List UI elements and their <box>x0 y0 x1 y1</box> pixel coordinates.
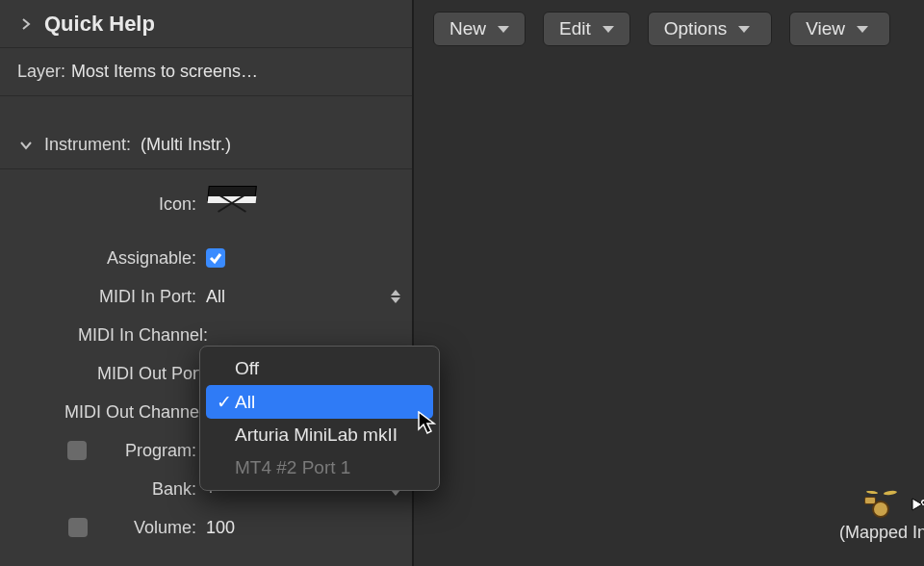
view-label: View <box>806 18 845 39</box>
param-volume-row[interactable]: Volume: 100 <box>0 508 412 547</box>
dropdown-option-label: MT4 #2 Port 1 <box>235 457 350 478</box>
midi-out-channel-label: MIDI Out Channel: <box>13 402 218 423</box>
volume-label: Volume: <box>134 518 196 538</box>
environment-canvas[interactable]: New Edit Options View <box>414 0 924 566</box>
program-checkbox[interactable] <box>67 441 87 460</box>
instrument-header[interactable]: Instrument: (Multi Instr.) <box>0 121 412 169</box>
cable-plug-icon <box>911 497 924 512</box>
layer-label: Layer: <box>17 62 65 82</box>
caret-down-icon <box>857 26 868 33</box>
program-label: Program: <box>125 441 196 461</box>
volume-checkbox[interactable] <box>68 518 88 537</box>
dropdown-option[interactable]: Off <box>206 352 433 385</box>
chevron-right-icon <box>17 15 35 33</box>
layer-row[interactable]: Layer: Most Items to screens… <box>0 48 412 96</box>
layer-value: Most Items to screens… <box>71 62 258 82</box>
keyboard-icon <box>206 180 260 228</box>
mapped-instrument-label: (Mapped Instr.) <box>839 523 924 543</box>
icon-label: Icon: <box>13 194 206 215</box>
drum-kit-icon[interactable] <box>864 491 897 520</box>
dropdown-option-label: Off <box>235 358 259 379</box>
caret-down-icon <box>498 26 509 33</box>
instrument-value: (Multi Instr.) <box>141 135 231 155</box>
options-label: Options <box>664 18 727 39</box>
caret-down-icon <box>603 26 614 33</box>
midi-in-port-label: MIDI In Port: <box>13 287 206 307</box>
quick-help-header[interactable]: Quick Help <box>0 0 412 48</box>
checkmark-icon: ✓ <box>214 391 235 413</box>
assignable-checkbox[interactable] <box>206 248 225 268</box>
midi-in-port-dropdown: Off✓AllArturia MiniLab mkIIMT4 #2 Port 1 <box>199 346 440 491</box>
options-menu-button[interactable]: Options <box>648 12 772 46</box>
svg-marker-0 <box>912 499 922 510</box>
app-root: Quick Help Layer: Most Items to screens…… <box>0 0 924 566</box>
dropdown-option-label: Arturia MiniLab mkII <box>235 424 398 446</box>
chevron-down-icon <box>17 137 35 154</box>
assignable-label: Assignable: <box>13 248 206 269</box>
dropdown-option: MT4 #2 Port 1 <box>206 451 433 484</box>
volume-value: 100 <box>206 518 398 538</box>
midi-in-port-value: All <box>206 287 398 307</box>
caret-down-icon <box>738 26 750 33</box>
dropdown-option[interactable]: ✓All <box>206 385 433 419</box>
bank-label: Bank: <box>13 479 206 500</box>
canvas-toolbar: New Edit Options View <box>433 12 914 46</box>
stepper-icon[interactable] <box>391 290 400 303</box>
view-menu-button[interactable]: View <box>789 12 890 46</box>
param-midi-in-port-row[interactable]: MIDI In Port: All <box>0 277 412 316</box>
dropdown-option[interactable]: Arturia MiniLab mkII <box>206 419 433 451</box>
dropdown-option-label: All <box>235 392 255 413</box>
param-icon-row[interactable]: Icon: <box>0 169 412 239</box>
mouse-cursor-icon <box>418 411 437 436</box>
param-assignable-row: Assignable: <box>0 239 412 277</box>
edit-label: Edit <box>559 18 591 39</box>
midi-in-channel-label: MIDI In Channel: <box>13 325 218 346</box>
instrument-label: Instrument: <box>44 135 131 155</box>
edit-menu-button[interactable]: Edit <box>543 12 630 46</box>
new-label: New <box>449 18 486 39</box>
quick-help-title: Quick Help <box>44 12 155 37</box>
new-menu-button[interactable]: New <box>433 12 526 46</box>
midi-out-port-label: MIDI Out Port: <box>13 364 218 384</box>
